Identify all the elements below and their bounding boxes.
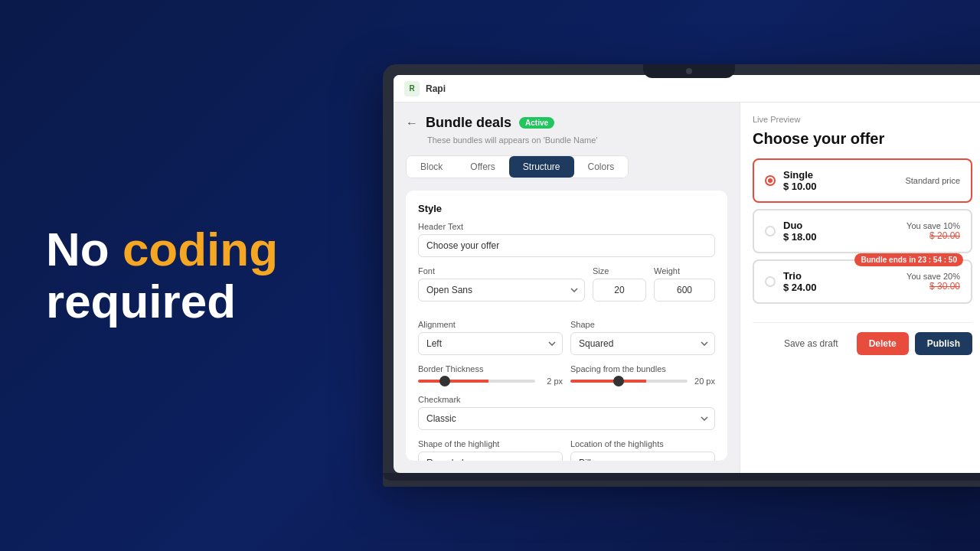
shape-highlight-label: Shape of the highlight bbox=[418, 439, 563, 448]
status-badge: Active bbox=[519, 117, 554, 129]
offer-right-single: Standard price bbox=[905, 176, 960, 185]
laptop-hinge bbox=[383, 473, 980, 481]
style-section-title: Style bbox=[418, 203, 715, 214]
offer-price-trio: $ 24.00 bbox=[783, 282, 899, 293]
location-highlight-col: Location of the highlights Pill bbox=[570, 439, 715, 461]
app-logo-text: R bbox=[409, 84, 414, 93]
alignment-select[interactable]: Left bbox=[418, 332, 563, 355]
alignment-label: Alignment bbox=[418, 320, 563, 329]
offer-name-duo: Duo bbox=[783, 220, 899, 231]
border-thickness-label: Border Thickness bbox=[418, 364, 563, 373]
offer-save-duo: You save 10% bbox=[906, 221, 960, 230]
shape-highlight-col: Shape of the highlight Rounded bbox=[418, 439, 563, 461]
border-thickness-col: Border Thickness 2 px bbox=[418, 364, 563, 386]
checkmark-select[interactable]: Classic bbox=[418, 407, 715, 430]
location-highlight-select[interactable]: Pill bbox=[570, 452, 715, 461]
offer-info-trio: Trio $ 24.00 bbox=[783, 270, 899, 293]
highlight-row: Shape of the highlight Rounded Location … bbox=[418, 439, 715, 461]
offer-card-single[interactable]: Single $ 10.00 Standard price bbox=[753, 158, 972, 203]
laptop-base bbox=[383, 473, 980, 487]
page-header: ← Bundle deals Active bbox=[406, 115, 727, 131]
tab-structure[interactable]: Structure bbox=[509, 156, 574, 178]
laptop-camera bbox=[686, 68, 692, 74]
hero-text: No coding required bbox=[46, 223, 278, 328]
weight-input[interactable] bbox=[654, 279, 715, 302]
preview-title: Choose your offer bbox=[753, 130, 972, 148]
bundle-ends-badge: Bundle ends in 23 : 54 : 50 bbox=[854, 253, 963, 266]
size-label: Size bbox=[593, 266, 646, 276]
offer-card-trio[interactable]: Bundle ends in 23 : 54 : 50 Trio $ 24.00… bbox=[753, 259, 972, 304]
back-arrow[interactable]: ← bbox=[406, 116, 418, 130]
offer-original-duo: $ 20.00 bbox=[906, 230, 960, 241]
live-preview-label: Live Preview bbox=[753, 115, 972, 124]
main-content: ← Bundle deals Active These bundles will… bbox=[394, 103, 740, 473]
offer-original-trio: $ 30.00 bbox=[906, 281, 960, 292]
offer-price-single: $ 10.00 bbox=[783, 181, 897, 192]
tab-offers[interactable]: Offers bbox=[456, 156, 508, 178]
page-subtitle: These bundles will appears on 'Bundle Na… bbox=[427, 135, 727, 145]
action-buttons: Save as draft Delete Publish bbox=[753, 322, 972, 355]
laptop-screen: R Rapi ← Bundle deals Active bbox=[394, 75, 980, 473]
radio-single[interactable] bbox=[765, 175, 776, 186]
weight-col: Weight bbox=[654, 266, 715, 311]
laptop-screen-outer: R Rapi ← Bundle deals Active bbox=[383, 64, 980, 473]
header-text-input[interactable] bbox=[418, 234, 715, 257]
app-container: R Rapi ← Bundle deals Active bbox=[394, 75, 980, 473]
laptop: R Rapi ← Bundle deals Active bbox=[383, 64, 980, 487]
offer-right-duo: You save 10% $ 20.00 bbox=[906, 221, 960, 241]
hero-line1: No coding bbox=[46, 223, 278, 276]
right-panel: Live Preview Choose your offer Single $ … bbox=[740, 103, 980, 473]
alignment-col: Alignment Left bbox=[418, 320, 563, 355]
shape-col: Shape Squared bbox=[570, 320, 715, 355]
save-draft-button[interactable]: Save as draft bbox=[772, 332, 851, 355]
alignment-shape-row: Alignment Left Shape Squared bbox=[418, 320, 715, 355]
location-highlight-label: Location of the highlights bbox=[570, 439, 715, 448]
app-topbar: R Rapi bbox=[394, 75, 980, 103]
font-col: Font Open Sans bbox=[418, 266, 585, 311]
radio-trio[interactable] bbox=[765, 276, 776, 287]
standard-price-label: Standard price bbox=[905, 176, 960, 185]
offer-right-trio: You save 20% $ 30.00 bbox=[906, 272, 960, 292]
sliders-row: Border Thickness 2 px Spacing from the b… bbox=[418, 364, 715, 386]
offer-price-duo: $ 18.00 bbox=[783, 231, 899, 243]
page-title: Bundle deals bbox=[426, 115, 511, 131]
offer-save-trio: You save 20% bbox=[906, 272, 960, 281]
font-select[interactable]: Open Sans bbox=[418, 279, 585, 302]
offer-name-single: Single bbox=[783, 169, 897, 181]
weight-label: Weight bbox=[654, 266, 715, 276]
border-thickness-value: 2 px bbox=[541, 377, 563, 386]
offer-info-duo: Duo $ 18.00 bbox=[783, 220, 899, 243]
laptop-wrapper: R Rapi ← Bundle deals Active bbox=[383, 64, 980, 487]
header-text-label: Header Text bbox=[418, 222, 715, 231]
shape-highlight-select[interactable]: Rounded bbox=[418, 452, 563, 461]
radio-duo[interactable] bbox=[765, 226, 776, 236]
app-title: Rapi bbox=[426, 83, 446, 94]
shape-select[interactable]: Squared bbox=[570, 332, 715, 355]
offer-info-single: Single $ 10.00 bbox=[783, 169, 897, 192]
form-panel: Style Header Text Font Open Sans bbox=[406, 191, 727, 461]
offer-name-trio: Trio bbox=[783, 270, 899, 282]
spacing-label: Spacing from the bundles bbox=[570, 364, 715, 373]
border-thickness-slider[interactable] bbox=[418, 380, 535, 383]
app-logo: R bbox=[404, 81, 420, 96]
spacing-col: Spacing from the bundles 20 px bbox=[570, 364, 715, 386]
tabs: Block Offers Structure Colors bbox=[406, 155, 629, 178]
app-body: ← Bundle deals Active These bundles will… bbox=[394, 103, 980, 473]
delete-button[interactable]: Delete bbox=[857, 332, 909, 355]
offer-card-duo[interactable]: Duo $ 18.00 You save 10% $ 20.00 bbox=[753, 209, 972, 253]
tab-colors[interactable]: Colors bbox=[574, 156, 629, 178]
font-size-weight-row: Font Open Sans Size bbox=[418, 266, 715, 311]
tab-block[interactable]: Block bbox=[407, 156, 456, 178]
hero-highlight: coding bbox=[122, 223, 278, 276]
size-col: Size bbox=[593, 266, 646, 311]
shape-label: Shape bbox=[570, 320, 715, 329]
spacing-value: 20 px bbox=[694, 377, 715, 386]
hero-line2: required bbox=[46, 275, 236, 328]
spacing-slider[interactable] bbox=[570, 380, 688, 383]
font-label: Font bbox=[418, 266, 585, 276]
checkmark-label: Checkmark bbox=[418, 395, 715, 404]
publish-button[interactable]: Publish bbox=[915, 332, 972, 355]
size-input[interactable] bbox=[593, 279, 646, 302]
laptop-notch bbox=[643, 64, 735, 78]
